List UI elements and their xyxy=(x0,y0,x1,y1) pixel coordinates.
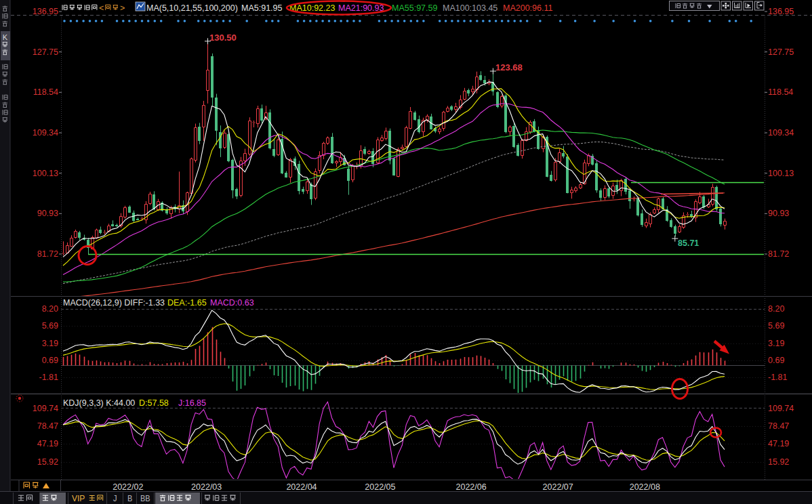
svg-text:2022/02: 2022/02 xyxy=(113,482,143,492)
svg-text:118.54: 118.54 xyxy=(33,87,58,97)
svg-text:81.72: 81.72 xyxy=(37,249,58,259)
svg-text:90.93: 90.93 xyxy=(37,209,58,218)
svg-text:J:16.85: J:16.85 xyxy=(178,398,206,408)
svg-text:109.34: 109.34 xyxy=(768,128,794,138)
svg-text:81.72: 81.72 xyxy=(768,249,789,259)
svg-text:123.68: 123.68 xyxy=(495,62,523,72)
svg-text:5.69: 5.69 xyxy=(42,321,58,331)
svg-text:<: < xyxy=(99,3,104,13)
svg-text:MA55:97.59: MA55:97.59 xyxy=(392,3,437,13)
svg-text:109.74: 109.74 xyxy=(33,404,58,413)
svg-text:B: B xyxy=(127,495,132,504)
svg-text:K: K xyxy=(3,33,8,41)
svg-text:MA21:90.93: MA21:90.93 xyxy=(338,3,384,13)
svg-text:2022/05: 2022/05 xyxy=(365,482,395,492)
svg-text:MA100:103.45: MA100:103.45 xyxy=(443,3,498,13)
svg-text:>: > xyxy=(120,3,125,13)
svg-text:127.75: 127.75 xyxy=(768,47,794,57)
svg-text:DEA:-1.65: DEA:-1.65 xyxy=(167,298,207,308)
svg-text:8.20: 8.20 xyxy=(768,304,784,314)
svg-text:109.34: 109.34 xyxy=(33,128,58,138)
svg-text:MACD(26,12,9) DIFF:-1.33: MACD(26,12,9) DIFF:-1.33 xyxy=(63,298,165,308)
svg-text:100.13: 100.13 xyxy=(33,169,58,178)
svg-text:3.19: 3.19 xyxy=(768,339,784,348)
svg-text:J: J xyxy=(113,495,117,504)
svg-text:VIP: VIP xyxy=(72,494,85,503)
svg-text:MA(5,10,21,55,100,200): MA(5,10,21,55,100,200) xyxy=(146,3,238,13)
svg-text:109.74: 109.74 xyxy=(768,404,794,413)
svg-text:47.19: 47.19 xyxy=(768,439,789,448)
svg-text:136.95: 136.95 xyxy=(33,7,58,16)
svg-text:5.69: 5.69 xyxy=(768,321,784,331)
svg-text:100.13: 100.13 xyxy=(768,169,794,178)
svg-text:-1.81: -1.81 xyxy=(39,373,59,382)
svg-text:3.19: 3.19 xyxy=(42,339,58,348)
svg-text:KDJ(9,3,3) K:44.00: KDJ(9,3,3) K:44.00 xyxy=(63,398,135,408)
svg-text:118.54: 118.54 xyxy=(768,87,793,97)
svg-text:2022/07: 2022/07 xyxy=(543,482,573,492)
svg-text:2022/04: 2022/04 xyxy=(286,482,317,492)
svg-text:-1.81: -1.81 xyxy=(768,373,788,382)
svg-text:78.47: 78.47 xyxy=(768,421,789,431)
svg-text:15.92: 15.92 xyxy=(768,457,789,467)
svg-text:D:57.58: D:57.58 xyxy=(139,398,169,408)
svg-text:0.69: 0.69 xyxy=(42,356,58,365)
svg-text:130.50: 130.50 xyxy=(209,33,237,43)
svg-text:15.92: 15.92 xyxy=(37,457,58,467)
svg-text:136.95: 136.95 xyxy=(768,7,794,16)
svg-text:85.71: 85.71 xyxy=(678,238,699,248)
svg-text:MA200:96.11: MA200:96.11 xyxy=(503,3,552,13)
svg-text:8.20: 8.20 xyxy=(42,304,58,314)
svg-text:MA5:91.95: MA5:91.95 xyxy=(241,3,283,13)
svg-text:BB: BB xyxy=(140,495,150,504)
svg-text:47.19: 47.19 xyxy=(37,439,58,448)
svg-text:127.75: 127.75 xyxy=(33,47,58,57)
svg-text:2022/03: 2022/03 xyxy=(191,482,222,492)
svg-text:2022/08: 2022/08 xyxy=(630,482,660,492)
svg-text:MACD:0.63: MACD:0.63 xyxy=(210,298,254,308)
svg-text:2022/06: 2022/06 xyxy=(456,482,487,492)
svg-text:90.93: 90.93 xyxy=(768,209,789,218)
svg-text:0.69: 0.69 xyxy=(768,356,784,365)
svg-text:78.47: 78.47 xyxy=(37,421,58,431)
